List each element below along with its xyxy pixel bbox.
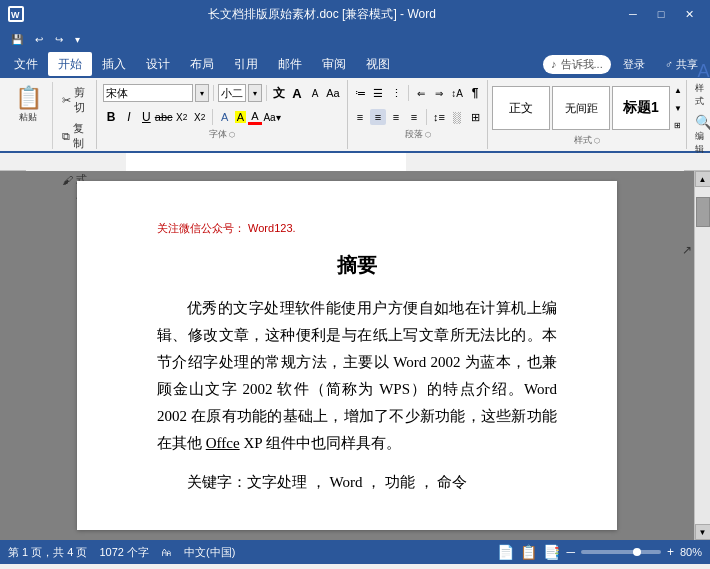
doc-paragraph-1: 优秀的文字处理软件能使用户方便自如地在计算机上编辑、修改文章，这种便利是与在纸上… xyxy=(157,295,557,457)
style-heading1-btn[interactable]: 标题1 xyxy=(612,86,670,130)
status-bar: 第 1 页，共 4 页 1072 个字 🗛 中文(中国) 📄 📋 📑 ─ + 8… xyxy=(0,540,710,564)
restore-button[interactable]: □ xyxy=(648,4,674,24)
scroll-up-btn[interactable]: ▲ xyxy=(695,171,711,187)
justify-btn[interactable]: ≡ xyxy=(406,109,422,125)
redo-quick-btn[interactable]: ↪ xyxy=(52,32,66,47)
underline-button[interactable]: U xyxy=(139,108,154,126)
word-icon: W xyxy=(8,6,24,22)
language-text[interactable]: 中文(中国) xyxy=(184,545,235,560)
menu-review[interactable]: 审阅 xyxy=(312,52,356,76)
zoom-thumb[interactable] xyxy=(633,548,641,556)
tell-me-text[interactable]: 告诉我... xyxy=(561,57,603,72)
copy-button[interactable]: ⧉ 复制 xyxy=(57,118,92,154)
menu-file[interactable]: 文件 xyxy=(4,52,48,76)
copy-label: 复制 xyxy=(73,121,87,151)
styles-scroll-up[interactable]: ▲ xyxy=(674,86,682,95)
shading-btn[interactable]: ░ xyxy=(449,109,465,125)
styles-group-arrow[interactable]: ⬡ xyxy=(594,137,600,145)
menu-layout[interactable]: 布局 xyxy=(180,52,224,76)
menu-home[interactable]: 开始 xyxy=(48,52,92,76)
tell-me-icon: ♪ xyxy=(551,58,557,70)
menu-insert[interactable]: 插入 xyxy=(92,52,136,76)
font-grow-btn[interactable]: A xyxy=(289,85,305,101)
styles-group: 正文 无间距 标题1 ▲ ▼ ⊞ 样式 ⬡ xyxy=(488,80,687,149)
scroll-thumb[interactable] xyxy=(696,197,710,227)
styles-big-btn[interactable]: A 样式 xyxy=(691,59,710,110)
superscript-button[interactable]: X2 xyxy=(192,109,208,125)
login-button[interactable]: 登录 xyxy=(615,55,653,74)
title-bar-left: W xyxy=(8,6,24,22)
cut-button[interactable]: ✂ 剪切 xyxy=(57,82,92,118)
font-name-input[interactable] xyxy=(103,84,193,102)
header-note-prefix: 关注微信公众号： xyxy=(157,222,245,234)
center-btn[interactable]: ≡ xyxy=(370,109,386,125)
menu-design[interactable]: 设计 xyxy=(136,52,180,76)
subscript-button[interactable]: X2 xyxy=(174,109,190,125)
undo-quick-btn[interactable]: ↩ xyxy=(32,32,46,47)
show-hide-btn[interactable]: ¶ xyxy=(467,85,483,101)
menu-references[interactable]: 引用 xyxy=(224,52,268,76)
style-no-spacing-btn[interactable]: 无间距 xyxy=(552,86,610,130)
header-note-name: Word123. xyxy=(248,222,296,234)
bold-button[interactable]: B xyxy=(103,109,119,125)
customize-quick-btn[interactable]: ▾ xyxy=(72,32,83,47)
scroll-down-btn[interactable]: ▼ xyxy=(695,524,711,540)
style-normal-btn[interactable]: 正文 xyxy=(492,86,550,130)
ribbon-toolbar: 📋 粘贴 ✂ 剪切 ⧉ 复制 🖌 格式刷 xyxy=(0,78,710,153)
view-print-btn[interactable]: 📄 xyxy=(497,544,514,560)
bullets-btn[interactable]: ≔ xyxy=(352,85,368,101)
para-row1: ≔ ☰ ⋮ ⇐ ⇒ ↕A ¶ xyxy=(352,82,483,104)
vertical-scrollbar[interactable]: ▲ ▼ xyxy=(694,171,710,540)
styles-scroll-down[interactable]: ▼ xyxy=(674,104,682,113)
document-title: 摘要 xyxy=(157,252,557,279)
styles-expand[interactable]: ⊞ xyxy=(674,121,682,130)
font-size-input[interactable] xyxy=(218,84,246,102)
para-row2: ≡ ≡ ≡ ≡ ↕≡ ░ ⊞ xyxy=(352,106,483,128)
font-name-row: ▾ ▾ 文 A A Aa xyxy=(103,82,341,104)
ruler xyxy=(0,153,710,171)
multilevel-btn[interactable]: ⋮ xyxy=(388,85,404,101)
change-case-btn[interactable]: Aa▾ xyxy=(264,109,280,125)
title-bar: W 长文档排版原始素材.doc [兼容模式] - Word ─ □ ✕ xyxy=(0,0,710,28)
zoom-minus-btn[interactable]: ─ xyxy=(566,545,575,559)
highlight-btn[interactable]: A xyxy=(235,111,246,123)
italic-button[interactable]: I xyxy=(121,109,137,125)
align-left-btn[interactable]: ≡ xyxy=(352,109,368,125)
zoom-level[interactable]: 80% xyxy=(680,546,702,558)
zoom-slider[interactable] xyxy=(581,550,661,554)
copy-icon: ⧉ xyxy=(62,130,70,143)
sort-btn[interactable]: ↕A xyxy=(449,85,465,101)
scroll-track[interactable] xyxy=(695,187,710,524)
font-name-dropdown[interactable]: ▾ xyxy=(195,84,209,102)
para-group-arrow[interactable]: ⬡ xyxy=(425,131,431,139)
borders-btn[interactable]: ⊞ xyxy=(467,109,483,125)
ruler-inner xyxy=(26,153,684,170)
doc-keywords: 关键字：文字处理 ， Word ， 功能 ， 命令 xyxy=(157,473,557,492)
minimize-button[interactable]: ─ xyxy=(620,4,646,24)
view-web-btn[interactable]: 📋 xyxy=(520,544,537,560)
text-effect-btn[interactable]: A xyxy=(217,109,233,125)
tell-me-box[interactable]: ♪ 告诉我... xyxy=(543,55,611,74)
view-read-btn[interactable]: 📑 xyxy=(543,544,560,560)
line-spacing-btn[interactable]: ↕≡ xyxy=(431,109,447,125)
save-quick-btn[interactable]: 💾 xyxy=(8,32,26,47)
decrease-indent-btn[interactable]: ⇐ xyxy=(413,85,429,101)
font-shrink-btn[interactable]: A xyxy=(307,85,323,101)
numbering-btn[interactable]: ☰ xyxy=(370,85,386,101)
font-color-btn[interactable]: A xyxy=(248,110,262,125)
clear-format-btn[interactable]: Aa xyxy=(325,85,341,101)
keywords-paragraph: 关键字：文字处理 ， Word ， 功能 ， 命令 xyxy=(157,473,557,492)
editing-group: A 样式 🔍 编辑 xyxy=(687,80,710,149)
zoom-plus-btn[interactable]: + xyxy=(667,545,674,559)
font-size-dropdown[interactable]: ▾ xyxy=(248,84,262,102)
menu-mailings[interactable]: 邮件 xyxy=(268,52,312,76)
paste-button[interactable]: 📋 粘贴 xyxy=(8,82,48,126)
increase-indent-btn[interactable]: ⇒ xyxy=(431,85,447,101)
font-expand-btn[interactable]: 文 xyxy=(271,85,287,101)
font-group-arrow[interactable]: ⬡ xyxy=(229,131,235,139)
strikethrough-button[interactable]: abc xyxy=(156,109,172,125)
menu-view[interactable]: 视图 xyxy=(356,52,400,76)
align-right-btn[interactable]: ≡ xyxy=(388,109,404,125)
page-info: 第 1 页，共 4 页 xyxy=(8,545,87,560)
close-button[interactable]: ✕ xyxy=(676,4,702,24)
